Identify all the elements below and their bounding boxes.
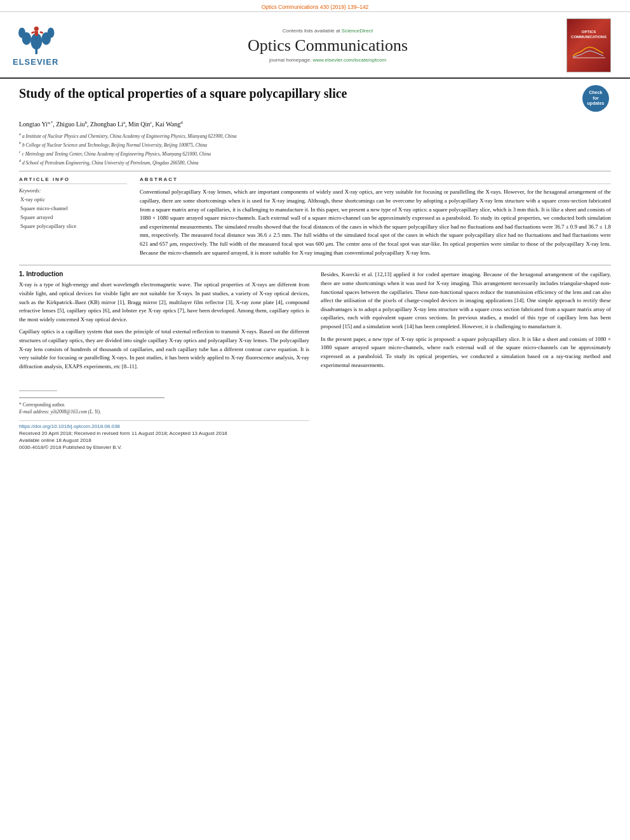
authors: Longtao Yia,*, Zhiguo Liub, Zhongbao Lia… xyxy=(19,120,611,128)
intro-para1: X-ray is a type of high-energy and short… xyxy=(19,281,309,324)
affiliations: a a Institute of Nuclear Physics and Che… xyxy=(19,131,611,166)
footnote-section: * Corresponding author. E-mail address: … xyxy=(19,397,164,416)
svg-point-6 xyxy=(34,27,39,31)
email-note: E-mail address: yilt2008@163.com (L. Yi)… xyxy=(19,408,164,415)
article-body: 1. Introduction X-ray is a type of high-… xyxy=(19,265,611,450)
journal-header: ELSEVIER Contents lists available at Sci… xyxy=(0,12,630,79)
keyword-4: Square polycapillary slice xyxy=(19,222,127,230)
available-text: Available online 18 August 2018 xyxy=(19,437,309,443)
sciencedirect-link[interactable]: ScienceDirect xyxy=(342,28,373,34)
abstract-text: Conventional polycapillary X-ray lenses,… xyxy=(140,188,611,257)
author-longtao: Longtao Yia,*, Zhiguo Liub, Zhongbao Lia… xyxy=(19,121,183,128)
intro-para2: Capillary optics is a capillary system t… xyxy=(19,328,309,371)
contents-text: Contents lists available at xyxy=(283,28,340,34)
abstract-label: ABSTRACT xyxy=(140,177,611,184)
corresponding-note: * Corresponding author. xyxy=(19,401,164,408)
copyright-text: 0030-4018/© 2018 Published by Elsevier B… xyxy=(19,444,309,450)
affiliation-a: a a Institute of Nuclear Physics and Che… xyxy=(19,131,611,140)
abstract-col: ABSTRACT Conventional polycapillary X-ra… xyxy=(140,177,611,257)
check-updates-label: Checkforupdates xyxy=(587,90,605,106)
journal-cover-text: OPTICS COMMUNICATIONS xyxy=(571,30,607,40)
contents-line: Contents lists available at ScienceDirec… xyxy=(89,28,566,34)
journal-title: Optics Communications xyxy=(89,36,566,55)
doi-section: https://doi.org/10.1016/j.optcom.2018.08… xyxy=(19,420,309,450)
page: Optics Communications 430 (2019) 139–142… xyxy=(0,0,630,840)
affiliation-c: c c Metrology and Testing Center, China … xyxy=(19,149,611,157)
article-info-label: ARTICLE INFO xyxy=(19,177,127,184)
journal-center: Contents lists available at ScienceDirec… xyxy=(89,28,566,63)
intro-title: 1. Introduction xyxy=(19,270,309,277)
article-info-col: ARTICLE INFO Keywords: X-ray optic Squar… xyxy=(19,177,127,257)
keywords-label: Keywords: xyxy=(19,188,127,194)
intro-para4: In the present paper, a new type of X-ra… xyxy=(321,335,611,370)
article-title-section: Study of the optical properties of a squ… xyxy=(19,85,611,116)
doi-link[interactable]: https://doi.org/10.1016/j.optcom.2018.08… xyxy=(19,423,309,429)
svg-point-1 xyxy=(30,34,42,50)
intro-para3: Besides, Korecki et al. [12,13] applied … xyxy=(321,270,611,331)
check-circle: Checkforupdates xyxy=(582,85,609,112)
article-title: Study of the optical properties of a squ… xyxy=(19,85,573,102)
elsevier-logo: ELSEVIER xyxy=(13,24,89,67)
svg-rect-8 xyxy=(31,31,35,34)
elsevier-text: ELSEVIER xyxy=(13,57,58,67)
journal-homepage: journal homepage: www.elsevier.com/locat… xyxy=(89,57,566,63)
body-two-col: 1. Introduction X-ray is a type of high-… xyxy=(19,270,611,450)
received-text: Received 20 April 2018; Received in revi… xyxy=(19,430,309,436)
homepage-text: journal homepage: xyxy=(269,57,311,63)
article-info-abstract: ARTICLE INFO Keywords: X-ray optic Squar… xyxy=(19,171,611,257)
keyword-1: X-ray optic xyxy=(19,196,127,204)
affiliation-d: d d School of Petroleum Engineering, Chi… xyxy=(19,158,611,166)
top-bar: Optics Communications 430 (2019) 139–142 xyxy=(0,0,630,12)
homepage-link[interactable]: www.elsevier.com/locate/optcom xyxy=(312,57,386,63)
elsevier-tree-icon xyxy=(13,24,64,56)
body-right: Besides, Korecki et al. [12,13] applied … xyxy=(321,270,611,450)
body-left: 1. Introduction X-ray is a type of high-… xyxy=(19,270,309,450)
journal-citation: Optics Communications 430 (2019) 139–142 xyxy=(262,4,369,10)
keyword-2: Square micro-channel xyxy=(19,204,127,213)
journal-cover: OPTICS COMMUNICATIONS xyxy=(566,18,611,72)
svg-point-5 xyxy=(48,27,55,37)
main-content: Study of the optical properties of a squ… xyxy=(0,79,630,460)
affiliation-b: b b College of Nuclear Science and Techn… xyxy=(19,140,611,149)
svg-rect-7 xyxy=(35,31,38,36)
svg-rect-9 xyxy=(39,31,43,34)
cover-chart-icon xyxy=(572,42,607,61)
svg-point-4 xyxy=(18,27,25,37)
check-updates-badge: Checkforupdates xyxy=(582,85,611,114)
author-separator xyxy=(19,390,57,391)
keyword-3: Square arrayed xyxy=(19,213,127,222)
